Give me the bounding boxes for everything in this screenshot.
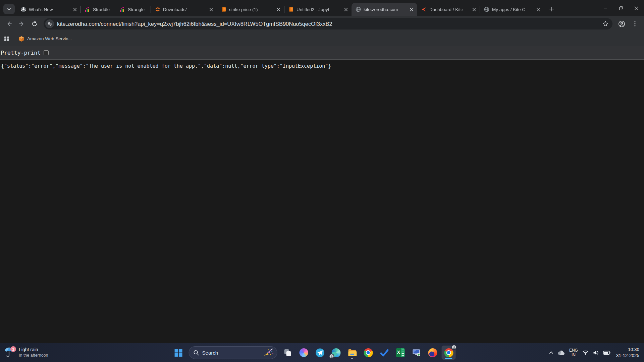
tab-strip: What's New Straddle Strangle Downloads/	[0, 0, 644, 16]
notification-badge: 1	[10, 346, 16, 352]
remote-desktop-icon[interactable]	[410, 346, 424, 360]
apps-grid-icon[interactable]	[4, 36, 9, 42]
tab-close-icon[interactable]	[471, 6, 477, 12]
json-response-text: {"status":"error","message":"The user is…	[1, 63, 644, 69]
file-explorer-icon[interactable]	[345, 346, 359, 360]
tab-title: strike price (1) -	[229, 7, 273, 12]
bookmark-label: Amazon Web Servic...	[27, 36, 72, 41]
aws-cube-icon	[18, 36, 24, 42]
taskbar-center-icons: X	[171, 343, 456, 362]
tab-downloads[interactable]: Downloads/	[151, 3, 217, 16]
tab-search-button[interactable]	[3, 4, 15, 14]
tray-chevron-up-icon[interactable]	[549, 351, 553, 354]
wifi-icon[interactable]	[582, 350, 589, 355]
url-text[interactable]: kite.zerodha.com/connect/finish?api_key=…	[57, 21, 599, 27]
taskbar-clock[interactable]: 10:30 31-12-2025	[616, 347, 639, 358]
tab-my-apps[interactable]: My apps / Kite C	[480, 3, 544, 16]
telegram-icon[interactable]	[313, 346, 327, 360]
clock-time: 10:30	[616, 347, 639, 353]
chart-favicon	[85, 7, 90, 12]
address-bar[interactable]: kite.zerodha.com/connect/finish?api_key=…	[44, 18, 612, 29]
tab-title: What's New	[29, 7, 69, 12]
onedrive-cloud-icon[interactable]	[558, 350, 565, 355]
tab-close-icon[interactable]	[72, 6, 78, 12]
task-view-icon[interactable]	[281, 346, 295, 360]
edge-icon[interactable]	[329, 346, 343, 360]
tab-close-icon[interactable]	[208, 6, 214, 12]
site-info-button[interactable]	[45, 19, 54, 28]
running-indicator	[351, 358, 353, 359]
tab-straddle[interactable]: Straddle	[81, 3, 116, 16]
tab-strangle[interactable]: Strangle	[116, 3, 151, 16]
start-button[interactable]	[171, 346, 185, 360]
tab-title: Dashboard / Kite	[429, 7, 468, 12]
chrome-active-icon[interactable]	[442, 346, 456, 360]
umbrella-icon: 1	[4, 347, 15, 359]
chrome-icon[interactable]	[361, 346, 375, 360]
language-code: ENG	[569, 348, 578, 353]
restore-button[interactable]	[613, 0, 629, 16]
weather-text: Light rain In the afternoon	[19, 347, 48, 358]
weather-detail: In the afternoon	[19, 353, 48, 358]
pretty-print-checkbox[interactable]	[44, 50, 49, 55]
back-button[interactable]	[3, 18, 15, 29]
tab-title: Downloads/	[163, 7, 205, 12]
excel-icon[interactable]: X	[393, 346, 408, 360]
volume-icon[interactable]	[593, 350, 599, 355]
weather-condition: Light rain	[19, 347, 48, 353]
tab-strike-price[interactable]: strike price (1) -	[217, 3, 284, 16]
notebook-favicon	[221, 7, 226, 12]
reload-button[interactable]	[29, 18, 40, 29]
tab-close-icon[interactable]	[535, 6, 541, 12]
todo-check-icon[interactable]	[377, 346, 391, 360]
bookmark-star-icon[interactable]	[602, 21, 608, 27]
tab-close-icon[interactable]	[409, 6, 415, 12]
kite-logo-favicon	[421, 7, 427, 12]
json-response-area: {"status":"error","message":"The user is…	[0, 60, 644, 362]
tab-title: Untitled2 - Jupyt	[297, 7, 340, 12]
chrome-page-favicon	[21, 7, 26, 12]
new-tab-button[interactable]	[547, 4, 557, 14]
search-input[interactable]	[202, 350, 260, 356]
windows-taskbar: 1 Light rain In the afternoon	[0, 343, 644, 362]
firefox-icon[interactable]	[426, 346, 440, 360]
close-window-button[interactable]	[629, 0, 644, 16]
forward-button[interactable]	[16, 18, 28, 29]
profile-button[interactable]	[616, 18, 627, 29]
pretty-print-bar: Pretty-print	[0, 46, 644, 60]
tab-close-icon[interactable]	[343, 6, 349, 12]
taskbar-search-box[interactable]	[189, 346, 277, 359]
tab-title: kite.zerodha.com	[364, 7, 406, 12]
system-tray: ENG IN 10:30 31-12-2025	[549, 343, 644, 362]
chrome-profile-badge	[451, 345, 457, 350]
globe-favicon	[356, 7, 361, 12]
toolbar-right-controls	[616, 18, 641, 29]
copilot-icon[interactable]	[297, 346, 311, 360]
region-code: IN	[569, 353, 578, 357]
browser-window: What's New Straddle Strangle Downloads/	[0, 0, 644, 362]
page-content: Pretty-print {"status":"error","message"…	[0, 46, 644, 362]
bookmark-aws[interactable]: Amazon Web Servic...	[16, 35, 74, 43]
tab-untitled2[interactable]: Untitled2 - Jupyt	[284, 3, 352, 16]
menu-kebab-button[interactable]	[629, 18, 641, 29]
edge-profile-badge	[329, 354, 334, 359]
chart-favicon	[120, 7, 125, 12]
pretty-print-label: Pretty-print	[1, 50, 41, 56]
tab-whats-new[interactable]: What's New	[17, 3, 80, 16]
tab-title: My apps / Kite C	[492, 7, 532, 12]
search-icon	[194, 350, 199, 356]
battery-icon[interactable]	[603, 351, 610, 355]
tab-title: Straddle	[93, 7, 113, 12]
minimize-button[interactable]	[598, 0, 613, 16]
tab-kite-connect-active[interactable]: kite.zerodha.com	[352, 3, 417, 16]
bookmarks-divider	[13, 36, 13, 42]
weather-widget[interactable]: 1 Light rain In the afternoon	[0, 343, 52, 362]
language-indicator[interactable]: ENG IN	[569, 348, 578, 358]
tab-close-icon[interactable]	[275, 6, 281, 12]
tab-separator	[544, 6, 544, 13]
notebook-favicon	[288, 7, 294, 12]
bookmarks-bar: Amazon Web Servic...	[0, 32, 644, 46]
tab-kite-dashboard[interactable]: Dashboard / Kite	[417, 3, 480, 16]
window-controls	[598, 0, 644, 16]
tab-title: Strangle	[128, 7, 148, 12]
